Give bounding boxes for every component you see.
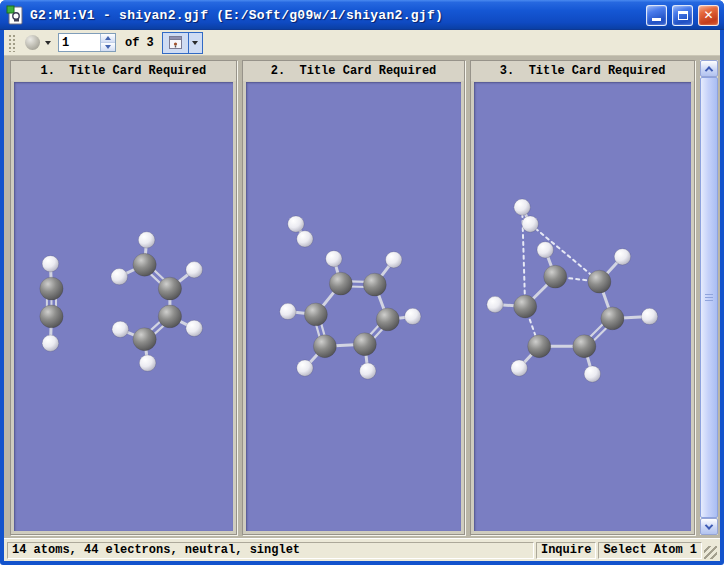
atom-H[interactable] [385, 252, 401, 268]
atom-H[interactable] [296, 360, 312, 376]
atom-H[interactable] [511, 360, 527, 376]
atom-H[interactable] [279, 303, 295, 319]
frame-spinbox [58, 33, 116, 52]
atom-H[interactable] [404, 308, 420, 324]
scroll-up-button[interactable] [700, 60, 718, 77]
atom-H[interactable] [537, 242, 553, 258]
atom-H[interactable] [186, 320, 203, 336]
frame-spin-buttons [100, 34, 115, 51]
resize-grip[interactable] [704, 546, 717, 559]
atom-H[interactable] [112, 321, 129, 337]
atom-C[interactable] [158, 277, 181, 300]
atom-C[interactable] [573, 335, 596, 358]
chevron-down-icon [705, 521, 713, 529]
element-sphere-icon [25, 35, 40, 50]
frames-workspace: 1. Title Card Required 2. Title Card Req… [4, 56, 720, 538]
atom-C[interactable] [313, 335, 336, 358]
atom-H[interactable] [584, 366, 600, 382]
element-dropdown-arrow[interactable] [45, 41, 51, 45]
frame-1-viewport[interactable] [14, 82, 233, 531]
atom-C[interactable] [376, 308, 399, 331]
spin-up-button[interactable] [101, 34, 115, 43]
atom-H[interactable] [186, 262, 203, 278]
close-icon: ✕ [703, 9, 713, 21]
atom-H[interactable] [42, 256, 59, 272]
toolbar-grip[interactable] [8, 34, 16, 52]
atom-C[interactable] [588, 270, 611, 293]
frame-number-input[interactable] [59, 34, 100, 51]
spin-down-button[interactable] [101, 43, 115, 51]
frame-2-viewport[interactable] [246, 82, 462, 531]
atom-C[interactable] [158, 305, 181, 328]
atom-H[interactable] [522, 216, 538, 232]
atom-C[interactable] [133, 328, 156, 351]
scrollbar-thumb[interactable] [700, 77, 718, 518]
view-mode-dropdown[interactable] [189, 32, 203, 54]
thumb-grip-icon [705, 294, 713, 295]
client-area: of 3 1. Title Card Required [4, 30, 720, 561]
close-button[interactable]: ✕ [698, 5, 719, 26]
frame-panel-2: 2. Title Card Required [242, 60, 466, 535]
atom-H[interactable] [111, 269, 128, 285]
molecule-window-icon [169, 36, 182, 49]
statusbar: 14 atoms, 44 electrons, neutral, singlet… [4, 538, 720, 561]
spin-down-icon [105, 45, 111, 49]
atom-H[interactable] [139, 355, 156, 371]
atom-H[interactable] [325, 251, 341, 267]
status-message: 14 atoms, 44 electrons, neutral, singlet [7, 542, 534, 559]
atom-C[interactable] [544, 265, 567, 288]
frame-1-header: 1. Title Card Required [11, 61, 236, 81]
atom-C[interactable] [363, 273, 386, 296]
frame-3-viewport[interactable] [474, 82, 691, 531]
atom-H[interactable] [359, 363, 375, 379]
frame-panel-3: 3. Title Card Required [470, 60, 695, 535]
atom-C[interactable] [353, 333, 376, 356]
status-select-atom: Select Atom 1 [598, 542, 702, 559]
element-sphere-button[interactable] [20, 32, 44, 54]
atom-C[interactable] [528, 335, 551, 358]
chevron-up-icon [705, 66, 713, 74]
atom-H[interactable] [138, 232, 155, 248]
atom-C[interactable] [601, 307, 624, 330]
atom-C[interactable] [329, 272, 352, 295]
scroll-down-button[interactable] [700, 518, 718, 535]
frame-panel-1: 1. Title Card Required [10, 60, 237, 535]
maximize-button[interactable] [672, 5, 693, 26]
view-mode-button[interactable] [162, 32, 189, 54]
molecule-canvas-transition-state[interactable] [474, 82, 691, 531]
atom-H[interactable] [287, 216, 303, 232]
atom-H[interactable] [642, 308, 658, 324]
toolbar: of 3 [4, 30, 720, 56]
atom-H[interactable] [296, 231, 312, 247]
molecule-canvas-reactants[interactable] [14, 82, 233, 531]
status-inquire: Inquire [536, 542, 596, 559]
view-mode-dropdown-arrow [192, 41, 198, 45]
molecule-canvas-products[interactable] [246, 82, 462, 531]
minimize-icon [652, 18, 661, 21]
frame-3-header: 3. Title Card Required [471, 61, 694, 81]
spin-up-icon [105, 36, 111, 40]
frame-2-header: 2. Title Card Required [243, 61, 465, 81]
atom-C[interactable] [304, 303, 327, 326]
minimize-button[interactable] [646, 5, 667, 26]
atom-H[interactable] [514, 199, 530, 215]
atom-C[interactable] [133, 253, 156, 276]
atom-C[interactable] [514, 295, 537, 318]
atom-H[interactable] [615, 249, 631, 265]
frame-count-label: of 3 [125, 36, 154, 50]
gaussview-app-icon [5, 5, 25, 25]
atom-H[interactable] [487, 296, 503, 312]
titlebar[interactable]: G2:M1:V1 - shiyan2.gjf (E:/Soft/g09w/1/s… [0, 0, 724, 30]
vertical-scrollbar[interactable] [700, 60, 718, 535]
atom-C[interactable] [40, 305, 63, 328]
atom-C[interactable] [40, 277, 63, 300]
gaussview-window: G2:M1:V1 - shiyan2.gjf (E:/Soft/g09w/1/s… [0, 0, 724, 565]
window-title: G2:M1:V1 - shiyan2.gjf (E:/Soft/g09w/1/s… [30, 8, 641, 23]
maximize-icon [678, 11, 688, 20]
atom-H[interactable] [42, 335, 59, 351]
